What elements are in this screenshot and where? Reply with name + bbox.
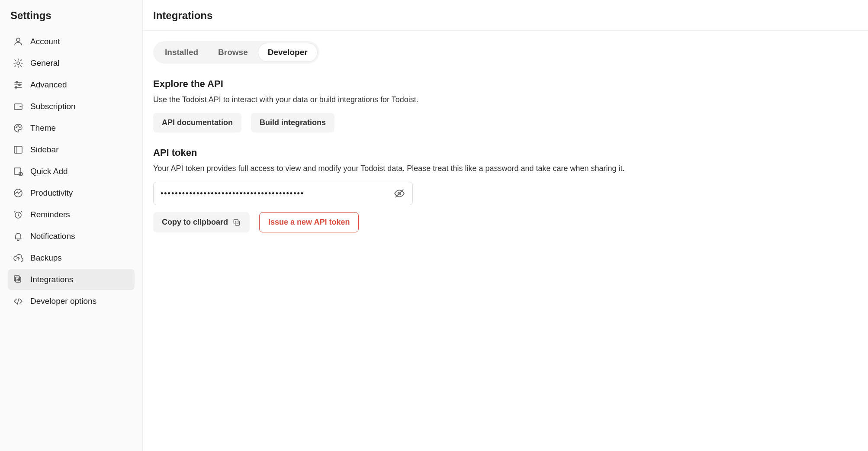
eye-off-icon: [394, 188, 405, 199]
sidebar-item-account[interactable]: Account: [8, 31, 135, 52]
plugin-icon: [13, 274, 23, 285]
issue-new-token-button[interactable]: Issue a new API token: [259, 212, 359, 232]
sidebar-item-label: Integrations: [30, 275, 73, 284]
sidebar-item-label: Quick Add: [30, 167, 68, 176]
sidebar-item-label: Developer options: [30, 296, 96, 306]
sidebar-title: Settings: [8, 5, 135, 31]
svg-point-9: [16, 127, 17, 128]
svg-rect-21: [14, 276, 19, 281]
settings-nav: Account General Advanced Subscription Th…: [8, 31, 135, 312]
build-integrations-button[interactable]: Build integrations: [251, 113, 334, 132]
sidebar-item-sidebar[interactable]: Sidebar: [8, 139, 135, 160]
sidebar-item-productivity[interactable]: Productivity: [8, 183, 135, 203]
toggle-visibility-button[interactable]: [393, 187, 405, 200]
tab-installed[interactable]: Installed: [155, 43, 208, 62]
copy-icon: [232, 218, 241, 227]
main-content: Integrations Installed Browse Developer …: [143, 0, 868, 451]
tab-browse[interactable]: Browse: [208, 43, 258, 62]
api-token-section: API token Your API token provides full a…: [153, 147, 825, 232]
sidebar-item-label: Productivity: [30, 188, 73, 198]
svg-point-1: [17, 62, 19, 64]
svg-rect-14: [14, 168, 21, 174]
api-token-description: Your API token provides full access to v…: [153, 163, 825, 174]
bell-icon: [13, 231, 23, 242]
sidebar-item-subscription[interactable]: Subscription: [8, 96, 135, 117]
explore-description: Use the Todoist API to interact with you…: [153, 94, 825, 105]
sidebar-item-label: Theme: [30, 123, 56, 133]
sliders-icon: [13, 80, 23, 90]
layout-sidebar-icon: [13, 145, 23, 155]
tab-bar: Installed Browse Developer: [153, 41, 319, 64]
api-documentation-button[interactable]: API documentation: [153, 113, 241, 132]
sidebar-item-label: Advanced: [30, 80, 67, 90]
gear-icon: [13, 58, 23, 68]
svg-rect-28: [234, 219, 238, 224]
sidebar-item-general[interactable]: General: [8, 53, 135, 74]
copy-button-label: Copy to clipboard: [162, 218, 228, 227]
svg-point-0: [16, 38, 20, 42]
user-icon: [13, 36, 23, 47]
sidebar-item-label: General: [30, 58, 60, 68]
sidebar-item-quick-add[interactable]: Quick Add: [8, 161, 135, 182]
palette-icon: [13, 123, 23, 133]
svg-rect-27: [235, 221, 240, 225]
wallet-icon: [13, 101, 23, 112]
sidebar-item-integrations[interactable]: Integrations: [8, 269, 135, 290]
sidebar-item-backups[interactable]: Backups: [8, 248, 135, 268]
explore-section: Explore the API Use the Todoist API to i…: [153, 78, 825, 132]
sidebar-item-theme[interactable]: Theme: [8, 118, 135, 139]
sidebar-item-reminders[interactable]: Reminders: [8, 204, 135, 225]
cloud-upload-icon: [13, 253, 23, 263]
svg-point-11: [19, 127, 20, 128]
sidebar-item-developer-options[interactable]: Developer options: [8, 291, 135, 312]
sidebar-item-label: Reminders: [30, 210, 70, 219]
sidebar-item-advanced[interactable]: Advanced: [8, 74, 135, 95]
svg-line-24: [17, 298, 19, 304]
clock-icon: [13, 209, 23, 220]
tab-developer[interactable]: Developer: [258, 43, 318, 62]
api-token-input[interactable]: [161, 189, 393, 198]
explore-heading: Explore the API: [153, 78, 825, 90]
sidebar-item-label: Account: [30, 37, 60, 46]
activity-icon: [13, 188, 23, 198]
code-icon: [13, 296, 23, 306]
sidebar-item-notifications[interactable]: Notifications: [8, 226, 135, 247]
svg-rect-12: [14, 146, 22, 153]
sidebar-item-label: Sidebar: [30, 145, 59, 155]
settings-sidebar: Settings Account General Advanced Subscr…: [0, 0, 143, 451]
sidebar-item-label: Notifications: [30, 232, 75, 241]
svg-point-10: [18, 126, 19, 126]
api-token-field: [153, 182, 413, 205]
page-title: Integrations: [143, 0, 868, 31]
api-token-heading: API token: [153, 147, 825, 158]
copy-to-clipboard-button[interactable]: Copy to clipboard: [153, 212, 250, 232]
sidebar-item-label: Backups: [30, 253, 62, 263]
sidebar-item-label: Subscription: [30, 102, 76, 111]
quick-add-icon: [13, 166, 23, 177]
